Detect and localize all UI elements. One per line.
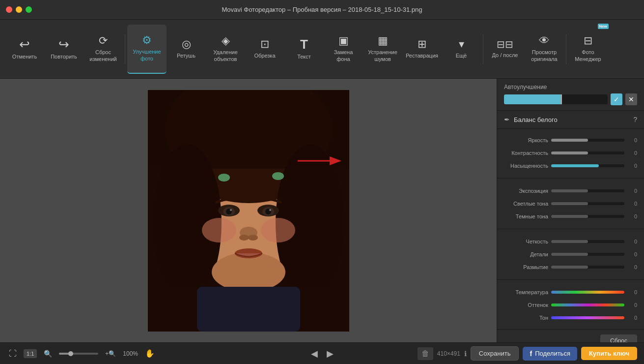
- auto-enhance-bar[interactable]: [504, 94, 608, 104]
- toolbar-item-before-after[interactable]: ⊟⊟ До / после: [485, 25, 525, 74]
- divider-1: [497, 178, 644, 179]
- close-button[interactable]: [6, 6, 12, 13]
- clarity-value: 0: [627, 239, 637, 244]
- temperature-fill: [551, 291, 624, 294]
- wb-label: Баланс белого: [514, 116, 558, 123]
- traffic-lights: [6, 6, 32, 13]
- titlebar: Movavi Фоторедактор – Пробная версия – 2…: [0, 0, 644, 20]
- blur-label: Размытие: [504, 264, 548, 270]
- info-icon[interactable]: ℹ: [464, 350, 467, 358]
- exposure-slider[interactable]: [551, 189, 624, 192]
- toolbar-label-remove: Удалениеобъектов: [213, 49, 238, 62]
- toolbar-item-denoise[interactable]: ▦ Устранениешумов: [363, 25, 402, 74]
- blur-slider[interactable]: [551, 266, 624, 269]
- clarity-slider[interactable]: [551, 240, 624, 243]
- more-icon: ▾: [459, 39, 464, 50]
- svg-point-23: [272, 172, 284, 180]
- exposure-value: 0: [627, 188, 637, 194]
- slider-row-highlights: Светлые тона 0: [504, 197, 637, 210]
- remove-icon: ◈: [222, 35, 230, 46]
- toolbar-item-photo-mgr[interactable]: ⊟ ФотоМенеджер: [568, 25, 608, 74]
- divider-2: [497, 229, 644, 229]
- zoom-slider[interactable]: [59, 353, 98, 355]
- slider-row-contrast: Контрастность 0: [504, 147, 637, 159]
- auto-enhance-fill: [504, 94, 561, 104]
- reset-sliders-button[interactable]: Сброс: [600, 334, 637, 342]
- share-button[interactable]: f Поделиться: [523, 347, 577, 361]
- slider-row-tone: Тон 0: [504, 311, 637, 324]
- details-slider[interactable]: [551, 253, 624, 256]
- new-badge: New: [598, 24, 609, 29]
- slider-group-4: Температура 0 Оттенок 0 Тон: [497, 284, 644, 326]
- auto-enhance-cancel-button[interactable]: ✕: [625, 93, 637, 105]
- brightness-slider[interactable]: [551, 139, 624, 142]
- bottom-left: ⛶ 1:1 🔍 +🔍 100% ✋: [7, 348, 304, 359]
- shadows-slider[interactable]: [551, 215, 624, 218]
- contrast-slider[interactable]: [551, 152, 624, 154]
- toolbar-item-undo[interactable]: ↩ Отменить: [5, 25, 44, 74]
- svg-point-14: [230, 209, 232, 211]
- toolbar-item-more[interactable]: ▾ Ещё: [442, 25, 481, 74]
- blur-fill: [551, 266, 588, 269]
- hue-label: Оттенок: [504, 302, 548, 308]
- clarity-fill: [551, 240, 588, 243]
- restore-icon: ⊞: [418, 39, 426, 50]
- tone-slider[interactable]: [551, 316, 624, 319]
- share-label: Поделиться: [535, 350, 570, 357]
- toolbar-item-restore[interactable]: ⊞ Реставрация: [402, 25, 442, 74]
- facebook-icon: f: [530, 350, 532, 358]
- bottom-right: 🗑 410×491 ℹ Сохранить f Поделиться Купит…: [340, 346, 638, 361]
- toolbar: ↩ Отменить ↪ Повторить ⟳ Сбросизменений …: [0, 20, 644, 79]
- prev-image-button[interactable]: ◀: [309, 347, 320, 360]
- toolbar-item-text[interactable]: T Текст: [284, 25, 324, 74]
- text-icon: T: [300, 38, 308, 51]
- slider-row-blur: Размытие 0: [504, 261, 637, 273]
- saturation-slider[interactable]: [551, 164, 624, 167]
- toolbar-label-photo-mgr: ФотоМенеджер: [575, 49, 601, 62]
- separator-3: [566, 34, 566, 64]
- svg-point-21: [261, 218, 295, 243]
- exposure-fill: [551, 189, 588, 192]
- separator-1: [125, 34, 125, 64]
- toolbar-label-undo: Отменить: [12, 54, 37, 60]
- bottom-bar: ⛶ 1:1 🔍 +🔍 100% ✋ ◀ ▶ 🗑 410×491 ℹ Сохран…: [0, 342, 644, 364]
- image-size-info: 410×491: [437, 350, 460, 357]
- toolbar-item-remove[interactable]: ◈ Удалениеобъектов: [206, 25, 245, 74]
- view-orig-icon: 👁: [539, 35, 550, 46]
- toolbar-item-enhance[interactable]: ⚙ Улучшениефото: [127, 25, 167, 74]
- maximize-button[interactable]: [26, 6, 32, 13]
- fullscreen-button[interactable]: ⛶: [7, 348, 19, 359]
- slider-row-brightness: Яркость 0: [504, 134, 637, 147]
- auto-enhance-section: Автоулучшение ✓ ✕: [497, 79, 644, 111]
- buy-key-button[interactable]: Купить ключ: [581, 347, 637, 360]
- toolbar-item-bg[interactable]: ▣ Заменафона: [324, 25, 363, 74]
- slider-group-2: Экспозиция 0 Светлые тона 0 Темные тона: [497, 182, 644, 225]
- auto-enhance-confirm-button[interactable]: ✓: [611, 93, 622, 105]
- slider-row-shadows: Темные тона 0: [504, 210, 637, 223]
- shadows-label: Темные тона: [504, 213, 548, 219]
- temperature-slider[interactable]: [551, 291, 624, 294]
- delete-image-button[interactable]: 🗑: [418, 347, 433, 360]
- toolbar-item-redo[interactable]: ↪ Повторить: [44, 25, 84, 74]
- hand-tool-button[interactable]: ✋: [143, 348, 157, 359]
- toolbar-label-text: Текст: [297, 54, 311, 60]
- zoom-out-icon[interactable]: 🔍: [42, 349, 54, 359]
- toolbar-item-view-orig[interactable]: 👁 Просмотроригинала: [525, 25, 564, 74]
- minimize-button[interactable]: [16, 6, 22, 13]
- zoom-fit-button[interactable]: 1:1: [24, 349, 37, 358]
- toolbar-item-reset[interactable]: ⟳ Сбросизменений: [84, 25, 123, 74]
- hue-slider[interactable]: [551, 303, 624, 306]
- highlights-slider[interactable]: [551, 202, 624, 205]
- toolbar-item-photo-mgr-wrap: ⊟ ФотоМенеджер New: [568, 25, 608, 74]
- zoom-in-icon[interactable]: +🔍: [103, 349, 118, 358]
- svg-point-18: [248, 235, 258, 241]
- save-button[interactable]: Сохранить: [471, 346, 519, 361]
- toolbar-item-crop[interactable]: ⊡ Обрезка: [245, 25, 284, 74]
- help-icon[interactable]: ?: [633, 116, 637, 123]
- toolbar-item-retouch[interactable]: ◎ Ретушь: [167, 25, 206, 74]
- next-image-button[interactable]: ▶: [325, 347, 336, 360]
- denoise-icon: ▦: [378, 35, 388, 46]
- sliders-section: Яркость 0 Контрастность 0 Насыщенность: [497, 129, 644, 329]
- photo-container: [148, 90, 349, 332]
- blur-value: 0: [627, 264, 637, 270]
